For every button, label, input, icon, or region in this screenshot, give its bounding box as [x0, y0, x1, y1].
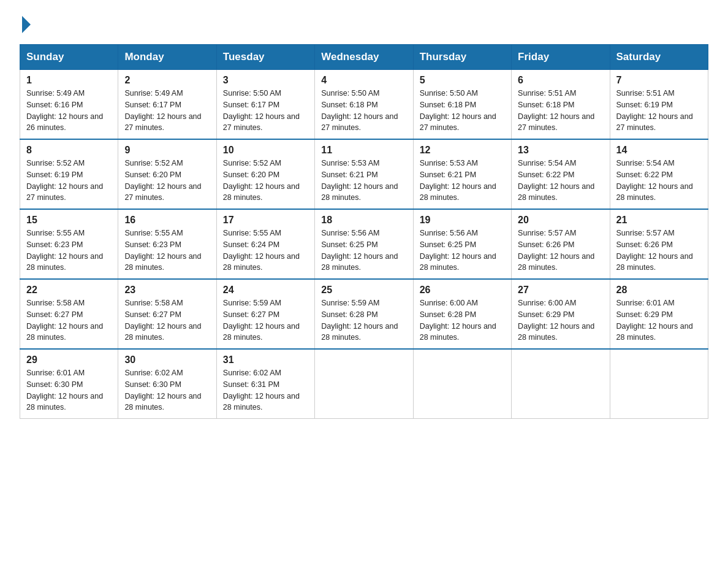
col-header-monday: Monday: [118, 45, 216, 70]
day-number: 29: [26, 354, 112, 366]
calendar-cell: 20 Sunrise: 5:57 AMSunset: 6:26 PMDaylig…: [512, 209, 610, 279]
day-number: 26: [420, 285, 505, 296]
day-number: 6: [518, 75, 603, 86]
calendar-cell: [512, 349, 610, 419]
col-header-tuesday: Tuesday: [216, 45, 314, 70]
calendar-cell: 27 Sunrise: 6:00 AMSunset: 6:29 PMDaylig…: [512, 279, 610, 349]
day-number: 14: [616, 145, 702, 156]
day-info: Sunrise: 5:58 AMSunset: 6:27 PMDaylight:…: [26, 299, 103, 342]
day-number: 4: [321, 75, 406, 86]
day-info: Sunrise: 5:49 AMSunset: 6:16 PMDaylight:…: [26, 89, 103, 132]
day-info: Sunrise: 5:56 AMSunset: 6:25 PMDaylight:…: [420, 229, 496, 272]
day-info: Sunrise: 5:54 AMSunset: 6:22 PMDaylight:…: [616, 159, 693, 202]
calendar-cell: 9 Sunrise: 5:52 AMSunset: 6:20 PMDayligh…: [118, 139, 216, 209]
calendar-cell: 15 Sunrise: 5:55 AMSunset: 6:23 PMDaylig…: [20, 209, 118, 279]
page-header: [20, 15, 708, 33]
col-header-sunday: Sunday: [20, 45, 118, 70]
calendar-cell: 8 Sunrise: 5:52 AMSunset: 6:19 PMDayligh…: [20, 139, 118, 209]
day-number: 12: [420, 145, 505, 156]
day-info: Sunrise: 5:55 AMSunset: 6:23 PMDaylight:…: [26, 229, 103, 272]
day-number: 23: [124, 285, 210, 296]
day-info: Sunrise: 5:58 AMSunset: 6:27 PMDaylight:…: [124, 299, 201, 342]
day-info: Sunrise: 5:49 AMSunset: 6:17 PMDaylight:…: [124, 89, 201, 132]
calendar-header-row: SundayMondayTuesdayWednesdayThursdayFrid…: [20, 45, 708, 70]
calendar-cell: 24 Sunrise: 5:59 AMSunset: 6:27 PMDaylig…: [216, 279, 314, 349]
day-info: Sunrise: 5:52 AMSunset: 6:20 PMDaylight:…: [124, 159, 201, 202]
col-header-saturday: Saturday: [610, 45, 708, 70]
col-header-friday: Friday: [512, 45, 610, 70]
calendar-cell: 19 Sunrise: 5:56 AMSunset: 6:25 PMDaylig…: [413, 209, 511, 279]
day-number: 2: [124, 75, 210, 86]
day-number: 10: [223, 145, 308, 156]
day-info: Sunrise: 5:59 AMSunset: 6:28 PMDaylight:…: [321, 299, 398, 342]
calendar-cell: 3 Sunrise: 5:50 AMSunset: 6:17 PMDayligh…: [216, 70, 314, 140]
day-number: 28: [616, 285, 702, 296]
day-number: 30: [124, 354, 210, 366]
col-header-wednesday: Wednesday: [315, 45, 413, 70]
calendar-table: SundayMondayTuesdayWednesdayThursdayFrid…: [20, 44, 708, 419]
day-number: 21: [616, 215, 702, 226]
day-number: 9: [124, 145, 210, 156]
day-info: Sunrise: 6:00 AMSunset: 6:28 PMDaylight:…: [420, 299, 496, 342]
day-number: 20: [518, 215, 603, 226]
day-info: Sunrise: 6:02 AMSunset: 6:30 PMDaylight:…: [124, 369, 201, 412]
calendar-week-row: 22 Sunrise: 5:58 AMSunset: 6:27 PMDaylig…: [20, 279, 708, 349]
day-info: Sunrise: 5:51 AMSunset: 6:18 PMDaylight:…: [518, 89, 594, 132]
col-header-thursday: Thursday: [413, 45, 511, 70]
day-info: Sunrise: 6:01 AMSunset: 6:30 PMDaylight:…: [26, 369, 103, 412]
day-number: 17: [223, 215, 308, 226]
calendar-cell: 23 Sunrise: 5:58 AMSunset: 6:27 PMDaylig…: [118, 279, 216, 349]
logo: [20, 15, 32, 33]
calendar-cell: 21 Sunrise: 5:57 AMSunset: 6:26 PMDaylig…: [610, 209, 708, 279]
day-info: Sunrise: 5:50 AMSunset: 6:18 PMDaylight:…: [420, 89, 496, 132]
day-info: Sunrise: 5:54 AMSunset: 6:22 PMDaylight:…: [518, 159, 594, 202]
day-number: 13: [518, 145, 603, 156]
day-number: 1: [26, 75, 112, 86]
calendar-cell: 5 Sunrise: 5:50 AMSunset: 6:18 PMDayligh…: [413, 70, 511, 140]
day-info: Sunrise: 5:51 AMSunset: 6:19 PMDaylight:…: [616, 89, 693, 132]
calendar-cell: 22 Sunrise: 5:58 AMSunset: 6:27 PMDaylig…: [20, 279, 118, 349]
day-number: 18: [321, 215, 406, 226]
day-info: Sunrise: 5:53 AMSunset: 6:21 PMDaylight:…: [321, 159, 398, 202]
day-number: 16: [124, 215, 210, 226]
calendar-cell: 2 Sunrise: 5:49 AMSunset: 6:17 PMDayligh…: [118, 70, 216, 140]
day-info: Sunrise: 6:02 AMSunset: 6:31 PMDaylight:…: [223, 369, 300, 412]
day-number: 11: [321, 145, 406, 156]
day-info: Sunrise: 5:52 AMSunset: 6:20 PMDaylight:…: [223, 159, 300, 202]
calendar-cell: 17 Sunrise: 5:55 AMSunset: 6:24 PMDaylig…: [216, 209, 314, 279]
calendar-week-row: 29 Sunrise: 6:01 AMSunset: 6:30 PMDaylig…: [20, 349, 708, 419]
calendar-cell: 12 Sunrise: 5:53 AMSunset: 6:21 PMDaylig…: [413, 139, 511, 209]
calendar-cell: 11 Sunrise: 5:53 AMSunset: 6:21 PMDaylig…: [315, 139, 413, 209]
calendar-cell: 7 Sunrise: 5:51 AMSunset: 6:19 PMDayligh…: [610, 70, 708, 140]
calendar-week-row: 8 Sunrise: 5:52 AMSunset: 6:19 PMDayligh…: [20, 139, 708, 209]
day-info: Sunrise: 5:59 AMSunset: 6:27 PMDaylight:…: [223, 299, 300, 342]
day-number: 7: [616, 75, 702, 86]
day-info: Sunrise: 5:55 AMSunset: 6:23 PMDaylight:…: [124, 229, 201, 272]
calendar-cell: [610, 349, 708, 419]
day-number: 24: [223, 285, 308, 296]
day-number: 8: [26, 145, 112, 156]
calendar-cell: 26 Sunrise: 6:00 AMSunset: 6:28 PMDaylig…: [413, 279, 511, 349]
day-info: Sunrise: 5:50 AMSunset: 6:17 PMDaylight:…: [223, 89, 300, 132]
calendar-cell: 31 Sunrise: 6:02 AMSunset: 6:31 PMDaylig…: [216, 349, 314, 419]
day-info: Sunrise: 5:55 AMSunset: 6:24 PMDaylight:…: [223, 229, 300, 272]
calendar-cell: 18 Sunrise: 5:56 AMSunset: 6:25 PMDaylig…: [315, 209, 413, 279]
calendar-cell: 1 Sunrise: 5:49 AMSunset: 6:16 PMDayligh…: [20, 70, 118, 140]
day-info: Sunrise: 5:57 AMSunset: 6:26 PMDaylight:…: [616, 229, 693, 272]
calendar-cell: 4 Sunrise: 5:50 AMSunset: 6:18 PMDayligh…: [315, 70, 413, 140]
calendar-week-row: 1 Sunrise: 5:49 AMSunset: 6:16 PMDayligh…: [20, 70, 708, 140]
logo-triangle-icon: [22, 16, 31, 33]
day-number: 5: [420, 75, 505, 86]
calendar-cell: 6 Sunrise: 5:51 AMSunset: 6:18 PMDayligh…: [512, 70, 610, 140]
day-number: 19: [420, 215, 505, 226]
day-number: 31: [223, 354, 308, 366]
calendar-cell: 10 Sunrise: 5:52 AMSunset: 6:20 PMDaylig…: [216, 139, 314, 209]
calendar-cell: 16 Sunrise: 5:55 AMSunset: 6:23 PMDaylig…: [118, 209, 216, 279]
day-number: 27: [518, 285, 603, 296]
day-info: Sunrise: 5:53 AMSunset: 6:21 PMDaylight:…: [420, 159, 496, 202]
day-info: Sunrise: 5:50 AMSunset: 6:18 PMDaylight:…: [321, 89, 398, 132]
day-info: Sunrise: 5:57 AMSunset: 6:26 PMDaylight:…: [518, 229, 594, 272]
calendar-cell: 14 Sunrise: 5:54 AMSunset: 6:22 PMDaylig…: [610, 139, 708, 209]
day-number: 22: [26, 285, 112, 296]
calendar-cell: 30 Sunrise: 6:02 AMSunset: 6:30 PMDaylig…: [118, 349, 216, 419]
